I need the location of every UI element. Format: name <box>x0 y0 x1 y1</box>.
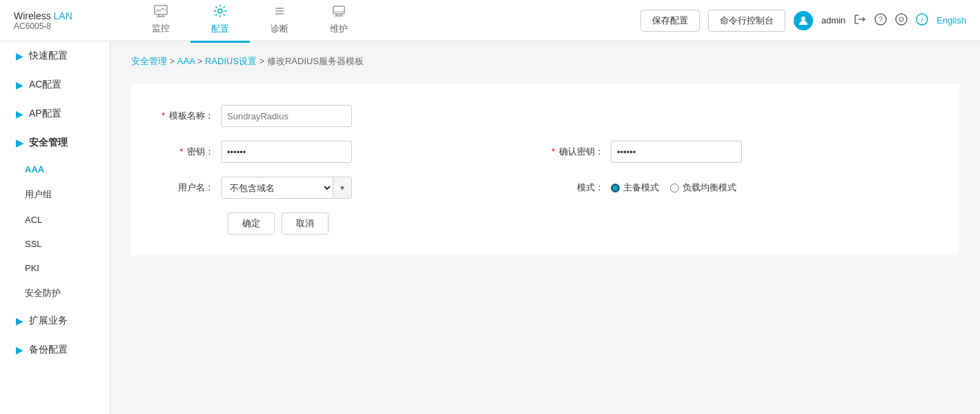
sidebar-sub-aaa[interactable]: AAA <box>0 157 110 181</box>
key-col: * 密钥： <box>152 141 542 163</box>
sidebar-sub-acl-label: ACL <box>25 215 42 225</box>
maintain-icon <box>332 4 346 21</box>
svg-rect-8 <box>333 6 344 14</box>
backup-config-icon: ▶ <box>16 344 23 355</box>
logo-model: AC6005-8 <box>14 21 104 31</box>
sidebar-sub-usergroup[interactable]: 用户组 <box>0 181 110 208</box>
svg-point-18 <box>899 17 903 21</box>
sidebar-sub-pki-label: PKI <box>25 263 39 273</box>
tab-config[interactable]: 配置 <box>190 0 250 43</box>
logout-icon[interactable] <box>854 13 866 28</box>
tab-maintain[interactable]: 维护 <box>309 0 369 43</box>
help-icon[interactable]: ? <box>874 13 887 28</box>
username-col: 用户名： 不包含域名 包含域名 ▼ <box>152 177 542 199</box>
tab-diagnose-label: 诊断 <box>271 23 288 35</box>
sidebar-sub-security-guard[interactable]: 安全防护 <box>0 280 110 306</box>
mode-loadbalance-option[interactable]: 负载均衡模式 <box>670 181 736 194</box>
breadcrumb: 安全管理 > AAA > RADIUS设置 > 修改RADIUS服务器模板 <box>131 55 959 68</box>
ext-service-icon: ▶ <box>16 315 23 326</box>
confirm-button[interactable]: 确定 <box>228 213 275 235</box>
sidebar-item-backup-config-label: 备份配置 <box>29 344 68 356</box>
mode-master-radio[interactable] <box>611 184 620 193</box>
tab-monitor-label: 监控 <box>152 22 170 34</box>
logo-title: Wireless LAN <box>14 10 104 21</box>
username-label: 用户名： <box>152 181 221 194</box>
language-selector[interactable]: English <box>937 15 966 26</box>
sidebar-sub-aaa-label: AAA <box>25 164 44 175</box>
breadcrumb-security[interactable]: 安全管理 <box>131 56 167 66</box>
svg-text:?: ? <box>879 15 883 23</box>
sidebar-item-ap-config[interactable]: ▶ AP配置 <box>0 99 110 128</box>
sidebar-item-ext-service-label: 扩展业务 <box>29 315 68 327</box>
sidebar-sub-usergroup-label: 用户组 <box>25 189 52 199</box>
form-card: * 模板名称： * 密钥： * 确认密钥： <box>131 84 959 255</box>
logo-lan: LAN <box>54 10 72 21</box>
breadcrumb-radius-settings[interactable]: RADIUS设置 <box>205 56 257 66</box>
logo: Wireless LAN AC6005-8 <box>14 10 104 31</box>
user-avatar-icon <box>794 11 813 30</box>
confirm-key-label: * 确认密钥： <box>542 146 611 158</box>
mode-master-option[interactable]: 主备模式 <box>611 181 659 194</box>
breadcrumb-current: 修改RADIUS服务器模板 <box>267 56 364 66</box>
diagnose-icon <box>273 4 286 21</box>
mode-label: 模式： <box>542 181 611 194</box>
tab-diagnose[interactable]: 诊断 <box>250 0 309 43</box>
main-content: 安全管理 > AAA > RADIUS设置 > 修改RADIUS服务器模板 * … <box>110 41 980 414</box>
required-star-key: * <box>179 146 183 157</box>
ac-config-icon: ▶ <box>16 79 23 90</box>
required-star-confirm-key: * <box>551 146 555 157</box>
nav-tabs: 监控 配置 诊断 <box>131 0 640 43</box>
header: Wireless LAN AC6005-8 监控 <box>0 0 980 41</box>
header-right: 保存配置 命令行控制台 admin ? <box>640 10 966 32</box>
form-row-username-mode: 用户名： 不包含域名 包含域名 ▼ 模式： 主备模式 <box>152 177 932 199</box>
tab-monitor[interactable]: 监控 <box>131 0 190 42</box>
svg-point-17 <box>896 14 907 25</box>
sidebar-item-security-label: 安全管理 <box>29 137 68 149</box>
svg-point-4 <box>218 9 222 13</box>
cmd-console-button[interactable]: 命令行控制台 <box>708 10 785 32</box>
svg-text:i: i <box>921 15 923 23</box>
sidebar-item-security[interactable]: ▶ 安全管理 <box>0 128 110 157</box>
breadcrumb-aaa[interactable]: AAA <box>177 56 195 66</box>
monitor-icon <box>154 5 168 21</box>
confirm-key-col: * 确认密钥： <box>542 141 932 163</box>
sidebar-item-quick-config-label: 快速配置 <box>29 50 68 62</box>
username-select-wrap[interactable]: 不包含域名 包含域名 ▼ <box>221 177 352 199</box>
sidebar-sub-security-guard-label: 安全防护 <box>25 288 61 298</box>
sidebar: ▶ 快速配置 ▶ AC配置 ▶ AP配置 ▶ 安全管理 AAA 用户组 ACL … <box>0 41 110 414</box>
mode-loadbalance-label: 负载均衡模式 <box>683 181 736 194</box>
settings-icon[interactable] <box>895 13 908 28</box>
username-select[interactable]: 不包含域名 包含域名 <box>222 177 333 198</box>
confirm-key-input[interactable] <box>611 141 742 163</box>
logo-wireless: Wireless <box>14 10 51 21</box>
svg-point-13 <box>801 17 805 21</box>
sidebar-sub-ssl[interactable]: SSL <box>0 232 110 256</box>
sidebar-item-ac-config[interactable]: ▶ AC配置 <box>0 70 110 99</box>
sidebar-item-backup-config[interactable]: ▶ 备份配置 <box>0 335 110 364</box>
username-select-arrow: ▼ <box>333 177 351 198</box>
save-config-button[interactable]: 保存配置 <box>640 10 700 32</box>
sidebar-item-ac-config-label: AC配置 <box>29 79 61 91</box>
sidebar-item-ap-config-label: AP配置 <box>29 108 61 120</box>
tab-config-label: 配置 <box>211 23 229 35</box>
sidebar-item-ext-service[interactable]: ▶ 扩展业务 <box>0 306 110 335</box>
mode-loadbalance-radio[interactable] <box>670 184 679 193</box>
quick-config-icon: ▶ <box>16 50 23 61</box>
sidebar-sub-acl[interactable]: ACL <box>0 208 110 232</box>
admin-name: admin <box>821 15 845 26</box>
form-row-keys: * 密钥： * 确认密钥： <box>152 141 932 163</box>
form-row-template-name: * 模板名称： <box>152 105 932 127</box>
required-star-template: * <box>161 110 165 121</box>
sidebar-item-quick-config[interactable]: ▶ 快速配置 <box>0 41 110 70</box>
sidebar-sub-ssl-label: SSL <box>25 239 42 249</box>
security-icon: ▶ <box>16 137 23 148</box>
template-name-label: * 模板名称： <box>152 110 221 122</box>
tab-maintain-label: 维护 <box>330 23 348 35</box>
sidebar-sub-pki[interactable]: PKI <box>0 256 110 280</box>
template-name-input[interactable] <box>221 105 352 127</box>
key-input[interactable] <box>221 141 352 163</box>
config-icon <box>213 4 227 21</box>
cancel-button[interactable]: 取消 <box>282 213 329 235</box>
info-icon[interactable]: i <box>916 13 928 28</box>
key-label: * 密钥： <box>152 146 221 158</box>
